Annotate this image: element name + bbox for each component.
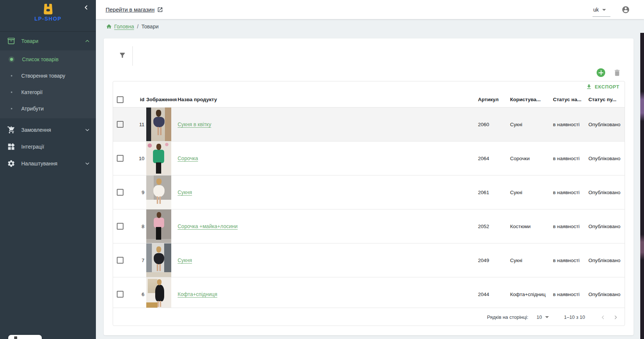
divider xyxy=(132,46,133,66)
bullet-icon xyxy=(11,75,12,77)
breadcrumb-home-link[interactable]: Головна xyxy=(106,24,134,29)
sidebar-item-integrations[interactable]: Інтеграції xyxy=(0,138,96,155)
product-image[interactable] xyxy=(146,277,171,308)
sidebar-item-label: Атрибути xyxy=(21,106,44,112)
export-button[interactable]: ЕКСПОРТ xyxy=(586,84,619,90)
sidebar-collapse-button[interactable] xyxy=(82,3,91,12)
sidebar-item-settings[interactable]: Налаштування xyxy=(0,155,96,172)
logo-text: LP-SHOP xyxy=(0,16,96,22)
filter-funnel-icon xyxy=(119,52,126,59)
cell-id: 8 xyxy=(129,224,144,229)
product-name-link[interactable]: Сукня xyxy=(178,257,192,263)
row-checkbox[interactable] xyxy=(117,291,124,298)
cell-sku: 2060 xyxy=(471,122,509,127)
caret-down-icon xyxy=(545,316,549,318)
header-cell-sku[interactable]: Артикул xyxy=(471,97,509,102)
table-header-row: id Зображення Назва продукту Артикул Кор… xyxy=(113,92,625,108)
cell-publish-status: Опубліковано xyxy=(587,122,625,127)
user-avatar-button[interactable] xyxy=(622,6,630,14)
row-checkbox[interactable] xyxy=(117,223,124,230)
cell-category: Сукні xyxy=(509,122,551,127)
logo[interactable]: LP-SHOP xyxy=(0,0,96,32)
sidebar-item-products[interactable]: Товари xyxy=(0,32,96,50)
cell-sku: 2064 xyxy=(471,156,509,161)
sidebar-item-create-product[interactable]: Створення товару xyxy=(0,68,96,84)
sidebar-item-product-list[interactable]: Список товарів xyxy=(0,51,96,68)
chevron-right-icon xyxy=(613,314,619,320)
header-cell-id[interactable]: id xyxy=(129,97,144,102)
table-pagination: Рядків на сторінці: 10 1–10 з 10 xyxy=(113,308,625,326)
table-row[interactable]: 8 Сорочка +майка+лосини 2052 Костюми в н… xyxy=(113,209,625,243)
select-all-checkbox[interactable] xyxy=(117,96,124,103)
download-icon xyxy=(586,84,592,90)
product-image[interactable] xyxy=(146,108,171,141)
cell-category: Кофта+спідниц xyxy=(509,292,551,297)
go-to-store-link[interactable]: Перейти в магазин xyxy=(106,6,163,13)
collapsed-debug-toolbar[interactable] xyxy=(8,335,42,339)
add-product-button[interactable] xyxy=(597,68,605,77)
row-checkbox[interactable] xyxy=(117,121,124,128)
chevron-up-icon xyxy=(85,38,90,44)
product-name-link[interactable]: Кофта+спідниця xyxy=(178,291,217,297)
product-image[interactable] xyxy=(146,141,171,175)
products-table: ЕКСПОРТ id Зображення Назва продукту Арт… xyxy=(113,81,625,326)
row-checkbox[interactable] xyxy=(117,155,124,162)
bullet-icon xyxy=(11,91,12,93)
product-image[interactable] xyxy=(146,243,171,277)
cell-stock-status: в наявності xyxy=(551,156,587,161)
sidebar-item-label: Замовлення xyxy=(21,127,51,133)
product-name-link[interactable]: Сукня в квітку xyxy=(178,121,211,127)
sidebar-item-orders[interactable]: Замовлення xyxy=(0,121,96,138)
row-checkbox[interactable] xyxy=(117,257,124,264)
header-cell-image[interactable]: Зображення xyxy=(144,97,176,102)
sidebar-item-attributes[interactable]: Атрибути xyxy=(0,100,96,117)
table-row[interactable]: 7 Сукня 2049 Сукні в наявності Опубліков… xyxy=(113,243,625,277)
export-label: ЕКСПОРТ xyxy=(595,84,619,90)
table-row[interactable]: 11 Сукня в квітку 2060 Сукні в наявності… xyxy=(113,108,625,141)
filter-button[interactable] xyxy=(119,52,127,60)
cell-stock-status: в наявності xyxy=(551,122,587,127)
topbar: Перейти в магазин uk xyxy=(96,0,644,19)
header-cell-stock-status[interactable]: Статус на... xyxy=(551,97,587,102)
product-name-link[interactable]: Сукня xyxy=(178,189,192,195)
external-link-icon xyxy=(157,7,163,13)
trash-icon xyxy=(613,69,621,77)
sidebar-item-label: Товари xyxy=(21,38,38,44)
product-image[interactable] xyxy=(146,209,171,243)
cell-category: Сорочки xyxy=(509,156,551,161)
rows-per-page-select[interactable]: 10 xyxy=(537,314,549,320)
table-toolbar: ЕКСПОРТ xyxy=(113,81,625,92)
table-row[interactable]: 6 Кофта+спідниця 2044 Кофта+спідниц в на… xyxy=(113,277,625,308)
bullet-icon xyxy=(11,108,12,109)
breadcrumb-home-label[interactable]: Головна xyxy=(114,24,134,29)
home-icon xyxy=(106,24,112,29)
language-select[interactable]: uk xyxy=(593,5,610,17)
previous-page-button[interactable] xyxy=(598,312,608,323)
sidebar-item-label: Створення товару xyxy=(21,73,65,79)
gear-icon xyxy=(7,159,16,168)
header-cell-publish-status[interactable]: Статус пу... xyxy=(587,97,625,102)
cell-publish-status: Опубліковано xyxy=(587,156,625,161)
sidebar-item-label: Інтеграції xyxy=(21,144,44,150)
product-name-link[interactable]: Сорочка +майка+лосини xyxy=(178,223,238,229)
rows-per-page-label: Рядків на сторінці: xyxy=(487,314,528,320)
product-name-link[interactable]: Сорочка xyxy=(178,155,198,161)
chevron-down-icon xyxy=(85,127,90,133)
table-row[interactable]: 9 Сукня 2061 Сукні в наявності Опубліков… xyxy=(113,175,625,209)
cell-stock-status: в наявності xyxy=(551,258,587,263)
cell-id: 10 xyxy=(129,156,144,161)
sidebar-item-label: Список товарів xyxy=(22,56,59,62)
next-page-button[interactable] xyxy=(610,312,621,323)
product-image[interactable] xyxy=(146,175,171,209)
active-bullet-icon xyxy=(10,58,13,61)
row-checkbox[interactable] xyxy=(117,189,124,196)
cell-id: 7 xyxy=(129,258,144,263)
header-cell-category[interactable]: Користува... xyxy=(509,97,551,102)
cell-category: Сукні xyxy=(509,190,551,195)
sidebar-item-categories[interactable]: Категорії xyxy=(0,84,96,100)
delete-selected-button[interactable] xyxy=(613,69,621,77)
sidebar: LP-SHOP Товари Список товарів Створення … xyxy=(0,0,96,339)
table-row[interactable]: 10 Сорочка 2064 Сорочки в наявності Опуб… xyxy=(113,141,625,175)
header-cell-name[interactable]: Назва продукту xyxy=(176,97,471,102)
cell-publish-status: Опубліковано xyxy=(587,224,625,229)
